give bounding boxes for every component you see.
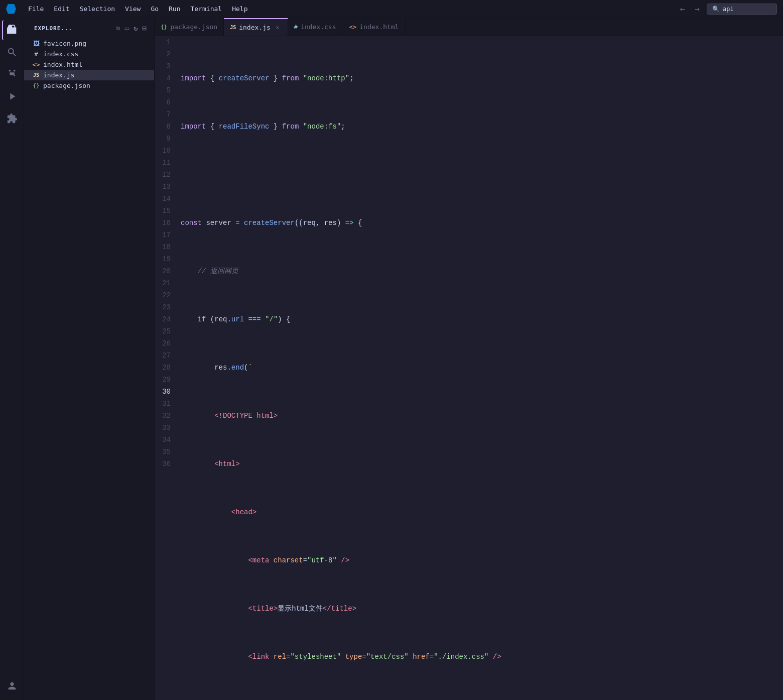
tab-close-button[interactable]: ✕ <box>274 24 282 32</box>
file-index-html[interactable]: <> index.html <box>24 59 154 70</box>
activity-explorer-icon[interactable] <box>2 20 22 40</box>
menu-selection[interactable]: Selection <box>76 4 119 14</box>
line-num-16: 16 <box>159 217 171 229</box>
line-num-7: 7 <box>159 108 171 121</box>
file-index-js[interactable]: JS index.js <box>24 70 154 80</box>
menu-view[interactable]: View <box>121 4 145 14</box>
file-name: index.js <box>43 71 75 79</box>
tab-index-js[interactable]: JS index.js ✕ <box>224 18 288 36</box>
search-text: api <box>723 6 734 13</box>
activity-account-icon[interactable] <box>2 676 22 696</box>
tab-index-css[interactable]: # index.css <box>288 18 343 36</box>
line-num-28: 28 <box>159 362 171 374</box>
collapse-all-icon[interactable]: ⊟ <box>142 23 148 33</box>
file-tree: 🖼 favicon.png # index.css <> index.html … <box>24 36 154 93</box>
tab-icon: JS <box>230 25 236 30</box>
file-package-json[interactable]: {} package.json <box>24 80 154 91</box>
menu-bar: File Edit Selection View Go Run Terminal… <box>24 4 251 14</box>
line-numbers: 1 2 3 4 5 6 7 8 9 10 11 12 13 14 15 16 1… <box>155 36 179 700</box>
menu-go[interactable]: Go <box>147 4 163 14</box>
file-name: favicon.png <box>43 40 86 47</box>
file-favicon-png[interactable]: 🖼 favicon.png <box>24 38 154 49</box>
line-num-15: 15 <box>159 205 171 217</box>
menu-file[interactable]: File <box>24 4 48 14</box>
editor-area: {} package.json JS index.js ✕ # index.cs… <box>155 18 783 700</box>
sidebar-header-icons: ⎋ ▭ ↻ ⊟ <box>115 23 148 33</box>
line-num-24: 24 <box>159 313 171 325</box>
code-line-2: import { readFileSync } from "node:fs"; <box>179 121 783 133</box>
activity-extensions-icon[interactable] <box>2 108 22 129</box>
nav-back-button[interactable]: ← <box>677 3 688 15</box>
line-num-21: 21 <box>159 277 171 289</box>
line-num-9: 9 <box>159 133 171 145</box>
line-num-8: 8 <box>159 121 171 133</box>
tab-icon: # <box>294 24 298 31</box>
line-num-22: 22 <box>159 289 171 301</box>
main-layout: EXPLORE... ⎋ ▭ ↻ ⊟ 🖼 favicon.png # index… <box>0 18 783 700</box>
nav-forward-button[interactable]: → <box>692 3 703 15</box>
line-num-25: 25 <box>159 325 171 337</box>
line-num-35: 35 <box>159 446 171 458</box>
new-folder-icon[interactable]: ▭ <box>124 23 130 33</box>
line-num-5: 5 <box>159 84 171 96</box>
search-icon: 🔍 <box>712 6 720 13</box>
line-num-32: 32 <box>159 410 171 422</box>
tab-label: index.js <box>239 24 271 31</box>
line-num-20: 20 <box>159 265 171 277</box>
activity-bar <box>0 18 24 700</box>
file-type-icon: # <box>32 50 40 58</box>
global-search-box[interactable]: 🔍 api <box>707 4 777 15</box>
line-num-14: 14 <box>159 193 171 205</box>
line-num-33: 33 <box>159 422 171 434</box>
line-num-6: 6 <box>159 96 171 108</box>
activity-search-icon[interactable] <box>2 42 22 62</box>
nav-buttons: ← → 🔍 api <box>677 3 777 15</box>
tab-icon: {} <box>161 24 167 30</box>
line-num-3: 3 <box>159 60 171 72</box>
tab-label: index.html <box>359 23 399 31</box>
tab-index-html[interactable]: <> index.html <box>343 18 406 36</box>
tab-bar: {} package.json JS index.js ✕ # index.cs… <box>155 18 783 36</box>
menu-help[interactable]: Help <box>228 4 251 14</box>
line-num-12: 12 <box>159 169 171 181</box>
line-num-17: 17 <box>159 229 171 241</box>
refresh-explorer-icon[interactable]: ↻ <box>133 23 139 33</box>
code-editor[interactable]: 1 2 3 4 5 6 7 8 9 10 11 12 13 14 15 16 1… <box>155 36 783 700</box>
file-type-icon: JS <box>32 72 40 78</box>
code-line-3 <box>179 169 783 181</box>
code-line-8: <!DOCTYPE html> <box>179 410 783 422</box>
code-line-11: <meta charset="utf-8" /> <box>179 554 783 566</box>
line-num-10: 10 <box>159 145 171 157</box>
code-line-6: if (req.url === "/") { <box>179 313 783 325</box>
new-file-icon[interactable]: ⎋ <box>115 23 121 33</box>
file-name: index.css <box>43 50 78 58</box>
tab-label: index.css <box>301 23 336 31</box>
line-num-29: 29 <box>159 374 171 386</box>
menu-edit[interactable]: Edit <box>50 4 73 14</box>
sidebar-header: EXPLORE... ⎋ ▭ ↻ ⊟ <box>24 18 154 36</box>
sidebar: EXPLORE... ⎋ ▭ ↻ ⊟ 🖼 favicon.png # index… <box>24 18 155 700</box>
menu-terminal[interactable]: Terminal <box>187 4 226 14</box>
tab-package-json[interactable]: {} package.json <box>155 18 224 36</box>
line-num-34: 34 <box>159 434 171 446</box>
file-name: package.json <box>43 82 90 89</box>
code-line-4: const server = createServer((req, res) =… <box>179 217 783 229</box>
menu-run[interactable]: Run <box>165 4 184 14</box>
code-line-5: // 返回网页 <box>179 265 783 277</box>
activity-run-debug-icon[interactable] <box>2 86 22 106</box>
code-line-13: <link rel="stylesheet" type="text/css" h… <box>179 651 783 663</box>
activity-source-control-icon[interactable] <box>2 64 22 84</box>
line-num-11: 11 <box>159 157 171 169</box>
line-num-2: 2 <box>159 48 171 60</box>
titlebar: File Edit Selection View Go Run Terminal… <box>0 0 783 18</box>
tab-icon: <> <box>349 24 356 31</box>
line-num-30: 30 <box>159 386 171 398</box>
line-num-31: 31 <box>159 398 171 410</box>
file-name: index.html <box>43 61 82 68</box>
line-num-23: 23 <box>159 301 171 313</box>
sidebar-title: EXPLORE... <box>34 25 72 32</box>
code-line-7: res.end(` <box>179 362 783 374</box>
tab-label: package.json <box>170 23 217 31</box>
line-num-27: 27 <box>159 349 171 362</box>
file-index-css[interactable]: # index.css <box>24 49 154 59</box>
